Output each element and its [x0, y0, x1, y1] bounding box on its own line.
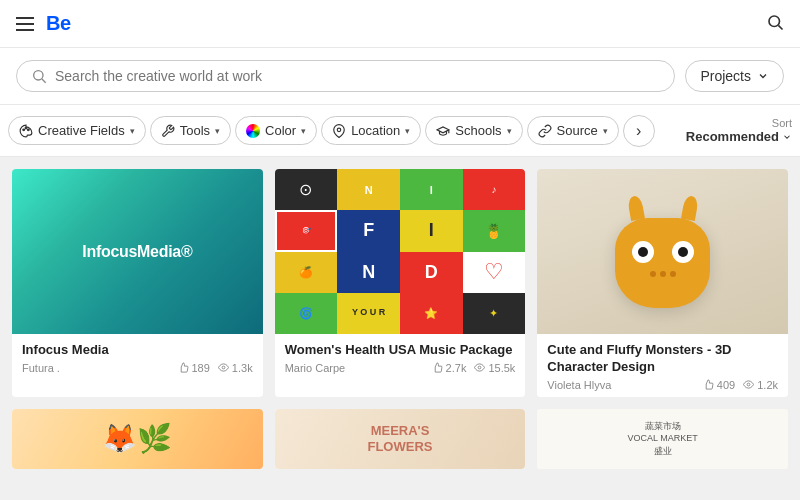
project-card-3[interactable]: Cute and Fluffy Monsters - 3D Character … — [537, 169, 788, 397]
card-1-views: 1.3k — [218, 362, 253, 374]
behance-logo: Be — [46, 12, 71, 35]
card-3-meta: Violeta Hlyva 409 1.2k — [547, 379, 778, 391]
search-input[interactable] — [55, 68, 660, 84]
svg-point-6 — [27, 128, 29, 130]
card-3-info: Cute and Fluffy Monsters - 3D Character … — [537, 334, 788, 397]
card-3-author: Violeta Hlyva — [547, 379, 611, 391]
sort-label: Sort — [772, 117, 792, 129]
card-2-title: Women's Health USA Music Package — [285, 342, 516, 359]
filter-tools[interactable]: Tools ▾ — [150, 116, 231, 145]
color-label: Color — [265, 123, 296, 138]
creative-fields-chevron: ▾ — [130, 126, 135, 136]
palette-icon — [19, 124, 33, 138]
source-chevron: ▾ — [603, 126, 608, 136]
card-1-meta: Futura . 189 1.3k — [22, 362, 253, 374]
search-icon[interactable] — [766, 13, 784, 35]
project-card-6[interactable]: 蔬菜市场VOCAL MARKET盛业 — [537, 409, 788, 469]
monster-body — [615, 196, 710, 308]
card-6-image: 蔬菜市场VOCAL MARKET盛业 — [628, 420, 698, 458]
svg-point-10 — [747, 383, 750, 386]
hamburger-menu-icon[interactable] — [16, 17, 34, 31]
sort-container: Sort Recommended — [686, 117, 792, 144]
card-2-meta: Mario Carpe 2.7k 15.5k — [285, 362, 516, 374]
svg-point-2 — [34, 71, 43, 80]
like-icon — [432, 362, 443, 373]
creative-fields-label: Creative Fields — [38, 123, 125, 138]
like-icon — [703, 379, 714, 390]
chevron-down-icon — [757, 70, 769, 82]
location-label: Location — [351, 123, 400, 138]
card-1-logo: InfocusMedia® — [82, 243, 192, 261]
like-icon — [178, 362, 189, 373]
view-icon — [218, 362, 229, 373]
color-icon — [246, 124, 260, 138]
svg-point-7 — [337, 128, 341, 131]
projects-dropdown[interactable]: Projects — [685, 60, 784, 92]
source-icon — [538, 124, 552, 138]
card-1-author: Futura . — [22, 362, 60, 374]
filter-location[interactable]: Location ▾ — [321, 116, 421, 145]
svg-line-3 — [42, 79, 46, 83]
sort-chevron-icon — [782, 132, 792, 142]
search-input-wrap — [16, 60, 675, 92]
search-icon-input — [31, 68, 47, 84]
card-2-author: Mario Carpe — [285, 362, 346, 374]
card-3-title: Cute and Fluffy Monsters - 3D Character … — [547, 342, 778, 376]
filter-source[interactable]: Source ▾ — [527, 116, 619, 145]
card-2-info: Women's Health USA Music Package Mario C… — [275, 334, 526, 380]
view-icon — [743, 379, 754, 390]
svg-point-4 — [23, 128, 25, 130]
card-2-views: 15.5k — [474, 362, 515, 374]
card-3-likes: 409 — [703, 379, 735, 391]
filter-bar: Creative Fields ▾ Tools ▾ Color ▾ Locati… — [0, 105, 800, 157]
svg-point-9 — [479, 367, 482, 370]
source-label: Source — [557, 123, 598, 138]
card-3-views: 1.2k — [743, 379, 778, 391]
location-chevron: ▾ — [405, 126, 410, 136]
search-bar-container: Projects — [0, 48, 800, 105]
card-1-title: Infocus Media — [22, 342, 253, 359]
view-icon — [474, 362, 485, 373]
card-3-stats: 409 1.2k — [703, 379, 778, 391]
tools-chevron: ▾ — [215, 126, 220, 136]
card-2-stats: 2.7k 15.5k — [432, 362, 516, 374]
filter-creative-fields[interactable]: Creative Fields ▾ — [8, 116, 146, 145]
project-card-2[interactable]: ⊙ N I ♪ 🎯 F I 🍍 🍊 N D ♡ 🌀 Y O U R ⭐ ✦ Wo… — [275, 169, 526, 397]
project-card-1[interactable]: InfocusMedia® Infocus Media Futura . 189… — [12, 169, 263, 397]
sort-value-label: Recommended — [686, 129, 779, 144]
project-grid: InfocusMedia® Infocus Media Futura . 189… — [0, 157, 800, 481]
tools-label: Tools — [180, 123, 210, 138]
svg-line-1 — [778, 25, 782, 29]
header: Be — [0, 0, 800, 48]
svg-point-8 — [222, 367, 225, 370]
card-4-image: 🦊🌿 — [102, 422, 172, 455]
tools-icon — [161, 124, 175, 138]
project-card-5[interactable]: MEERA'SFLOWERS — [275, 409, 526, 469]
project-card-4[interactable]: 🦊🌿 — [12, 409, 263, 469]
card-2-likes: 2.7k — [432, 362, 467, 374]
more-filters-button[interactable]: › — [623, 115, 655, 147]
schools-chevron: ▾ — [507, 126, 512, 136]
color-chevron: ▾ — [301, 126, 306, 136]
sort-dropdown[interactable]: Recommended — [686, 129, 792, 144]
filter-color[interactable]: Color ▾ — [235, 116, 317, 145]
card-1-likes: 189 — [178, 362, 210, 374]
header-left: Be — [16, 12, 71, 35]
card-1-info: Infocus Media Futura . 189 1.3k — [12, 334, 263, 380]
location-icon — [332, 124, 346, 138]
card-5-image: MEERA'SFLOWERS — [367, 423, 432, 454]
schools-icon — [436, 124, 450, 138]
svg-point-0 — [769, 16, 780, 27]
schools-label: Schools — [455, 123, 501, 138]
filter-schools[interactable]: Schools ▾ — [425, 116, 522, 145]
card-1-stats: 189 1.3k — [178, 362, 253, 374]
svg-point-5 — [25, 127, 27, 129]
projects-dropdown-label: Projects — [700, 68, 751, 84]
